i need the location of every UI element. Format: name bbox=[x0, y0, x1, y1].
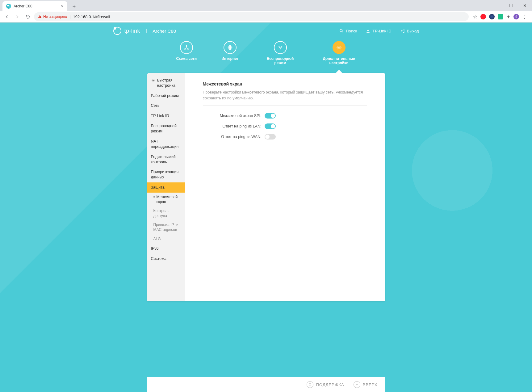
svg-rect-1 bbox=[40, 17, 40, 18]
sidebar-label: Приоритезация данных bbox=[151, 170, 179, 179]
toggle-ping-wan[interactable] bbox=[265, 134, 276, 140]
window-controls: — ☐ ✕ bbox=[489, 0, 532, 11]
sidebar-label: Родительский контроль bbox=[151, 155, 176, 164]
row-ping-wan: Ответ на ping из WAN: bbox=[209, 134, 367, 140]
addr-actions: ☆ ✦ 9 ⋮ bbox=[471, 14, 530, 20]
sidebar-sub-access[interactable]: Контроль доступа bbox=[147, 206, 185, 220]
topnav-network-map[interactable]: Схема сети bbox=[176, 41, 197, 65]
row-spi: Межсетевой экран SPI: bbox=[209, 113, 367, 119]
sidebar-sub-label: Межсетевой экран bbox=[157, 195, 181, 204]
sidebar-item-nat[interactable]: NAT переадресация bbox=[147, 136, 185, 152]
sidebar-sub-label: Контроль доступа bbox=[153, 209, 181, 218]
model-text: Archer C80 bbox=[153, 28, 176, 34]
row-label: Межсетевой экран SPI: bbox=[209, 114, 265, 118]
toggle-ping-lan[interactable] bbox=[265, 123, 276, 129]
svg-point-3 bbox=[186, 45, 187, 47]
headset-icon bbox=[307, 381, 313, 388]
firewall-form: Межсетевой экран SPI: Ответ на ping из L… bbox=[203, 113, 367, 140]
logo: tp-link | Archer C80 bbox=[113, 27, 176, 35]
close-window-button[interactable]: ✕ bbox=[518, 0, 532, 11]
toggle-knob bbox=[271, 114, 275, 118]
sidebar-sub-label: ALG bbox=[153, 237, 161, 242]
scroll-up-link[interactable]: ВВЕРХ bbox=[354, 381, 378, 388]
logout-link[interactable]: Выход bbox=[400, 28, 419, 33]
row-label: Ответ на ping из LAN: bbox=[209, 124, 265, 128]
tplink-id-label: TP-Link ID bbox=[372, 29, 391, 33]
ext-green-icon[interactable] bbox=[498, 14, 503, 19]
support-label: ПОДДЕРЖКА bbox=[316, 382, 344, 387]
sidebar-item-system[interactable]: Система bbox=[147, 254, 185, 264]
browser-tab[interactable]: Archer C80 × bbox=[2, 1, 67, 11]
ext-blue-icon[interactable] bbox=[489, 14, 495, 19]
svg-rect-0 bbox=[40, 16, 40, 17]
sidebar-item-security[interactable]: Защита bbox=[147, 182, 185, 193]
sidebar-item-tplinkid[interactable]: TP-Link ID bbox=[147, 111, 185, 121]
gear-icon bbox=[333, 41, 346, 54]
sidebar-label: IPv6 bbox=[151, 246, 159, 251]
sidebar-sub-firewall[interactable]: Межсетевой экран bbox=[147, 193, 185, 206]
bullet-icon bbox=[153, 196, 155, 198]
url-separator: | bbox=[69, 15, 70, 19]
sidebar-label: Система bbox=[151, 256, 166, 261]
close-tab-icon[interactable]: × bbox=[61, 4, 64, 9]
toggle-spi[interactable] bbox=[265, 113, 276, 119]
page-footer: ПОДДЕРЖКА ВВЕРХ bbox=[147, 377, 385, 392]
topnav-wireless[interactable]: Беспроводной режим bbox=[263, 41, 297, 65]
topnav-label: Беспроводной режим bbox=[263, 56, 297, 65]
url-input[interactable]: Не защищено | 192.168.0.1/#firewall bbox=[34, 12, 469, 21]
maximize-button[interactable]: ☐ bbox=[504, 0, 518, 11]
topnav-internet[interactable]: Интернет bbox=[221, 41, 238, 65]
tplink-id-link[interactable]: TP-Link ID bbox=[366, 28, 391, 33]
network-map-icon bbox=[180, 41, 193, 54]
sidebar-label: Рабочий режим bbox=[151, 94, 179, 98]
sidebar: Быстрая настройка Рабочий режим Сеть TP-… bbox=[147, 73, 185, 301]
sidebar-quick-setup[interactable]: Быстрая настройка bbox=[147, 75, 185, 91]
minimize-button[interactable]: — bbox=[489, 0, 504, 11]
download-icon bbox=[366, 28, 371, 33]
back-button[interactable] bbox=[2, 12, 11, 21]
sidebar-label: Быстрая настройка bbox=[157, 78, 181, 88]
topnav-label: Дополнительные настройки bbox=[322, 56, 356, 65]
sidebar-item-qos[interactable]: Приоритезация данных bbox=[147, 167, 185, 182]
sidebar-item-wireless[interactable]: Беспроводной режим bbox=[147, 121, 185, 136]
content-panel: Межсетевой экран Проверьте настройки меж… bbox=[185, 73, 385, 301]
sidebar-label: Сеть bbox=[151, 103, 160, 108]
sidebar-item-mode[interactable]: Рабочий режим bbox=[147, 91, 185, 101]
forward-button[interactable] bbox=[13, 12, 22, 21]
logout-icon bbox=[400, 28, 405, 33]
wifi-icon bbox=[274, 41, 287, 54]
page-background: tp-link | Archer C80 Поиск TP-Link ID Вы… bbox=[0, 23, 532, 392]
ext-opera-icon[interactable] bbox=[480, 14, 486, 19]
insecure-label: Не защищено bbox=[43, 15, 67, 19]
search-link[interactable]: Поиск bbox=[339, 28, 357, 33]
profile-avatar[interactable]: 9 bbox=[513, 14, 519, 19]
tab-title: Archer C80 bbox=[14, 4, 32, 8]
favicon-icon bbox=[6, 4, 11, 9]
sidebar-item-network[interactable]: Сеть bbox=[147, 101, 185, 111]
brand-text: tp-link bbox=[124, 28, 140, 34]
kebab-menu-icon[interactable]: ⋮ bbox=[522, 14, 527, 20]
globe-icon bbox=[224, 41, 237, 54]
section-title: Межсетевой экран bbox=[203, 81, 367, 86]
top-nav: Схема сети Интернет Беспроводной режим Д… bbox=[0, 39, 532, 73]
reload-button[interactable] bbox=[23, 12, 32, 21]
sidebar-item-parental[interactable]: Родительский контроль bbox=[147, 152, 185, 167]
sidebar-sub-binding[interactable]: Привязка IP- и MAC-адресов bbox=[147, 220, 185, 234]
support-link[interactable]: ПОДДЕРЖКА bbox=[307, 381, 344, 388]
topnav-label: Интернет bbox=[221, 56, 238, 61]
svg-point-8 bbox=[338, 47, 340, 48]
section-description: Проверьте настройки межсетевого экрана, … bbox=[203, 90, 367, 106]
up-label: ВВЕРХ bbox=[363, 382, 378, 387]
new-tab-button[interactable]: + bbox=[70, 2, 78, 11]
sidebar-item-ipv6[interactable]: IPv6 bbox=[147, 244, 185, 254]
sidebar-sub-alg[interactable]: ALG bbox=[147, 235, 185, 244]
browser-chrome: Archer C80 × + — ☐ ✕ Не защищено | 192.1… bbox=[0, 0, 532, 23]
svg-point-9 bbox=[153, 80, 154, 81]
topnav-label: Схема сети bbox=[176, 56, 197, 61]
star-icon[interactable]: ☆ bbox=[473, 14, 477, 20]
row-ping-lan: Ответ на ping из LAN: bbox=[209, 123, 367, 129]
tab-strip: Archer C80 × + — ☐ ✕ bbox=[0, 0, 532, 11]
topnav-advanced[interactable]: Дополнительные настройки bbox=[322, 41, 356, 65]
extensions-icon[interactable]: ✦ bbox=[506, 14, 510, 20]
sidebar-label: NAT переадресация bbox=[151, 139, 179, 149]
